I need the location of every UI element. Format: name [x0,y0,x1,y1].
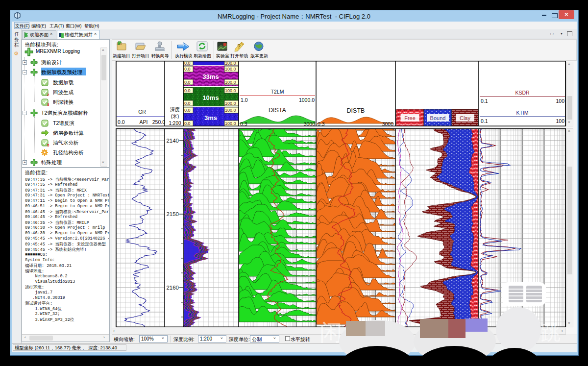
svg-text:跳: 跳 [541,321,561,343]
svg-text:闲: 闲 [319,319,342,345]
